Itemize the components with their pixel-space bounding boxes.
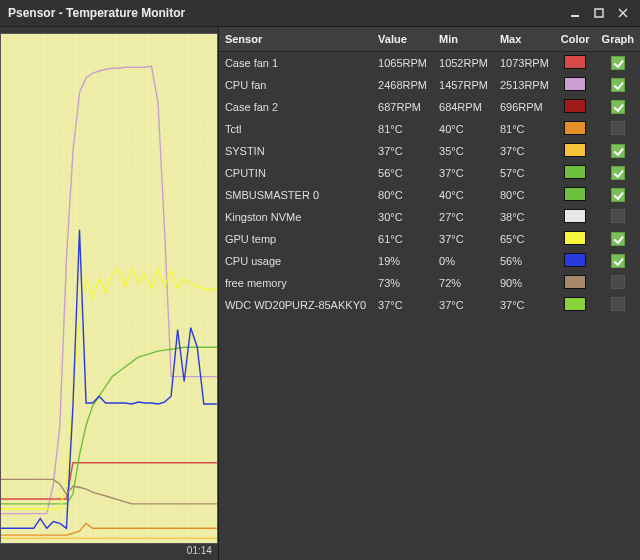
sensor-graph-cell[interactable] — [596, 272, 640, 294]
sensor-min: 40°C — [433, 184, 494, 206]
table-row[interactable]: Case fan 2687RPM684RPM696RPM — [219, 96, 640, 118]
sensor-graph-cell[interactable] — [596, 140, 640, 162]
chart-series — [1, 347, 217, 504]
table-row[interactable]: SYSTIN37°C35°C37°C — [219, 140, 640, 162]
color-swatch[interactable] — [564, 99, 586, 113]
sensor-color-cell[interactable] — [555, 294, 596, 316]
chart-series — [1, 463, 217, 499]
sensor-name: SYSTIN — [219, 140, 372, 162]
color-swatch[interactable] — [564, 77, 586, 91]
sensor-min: 0% — [433, 250, 494, 272]
col-sensor[interactable]: Sensor — [219, 27, 372, 52]
graph-checkbox[interactable] — [611, 254, 625, 268]
color-swatch[interactable] — [564, 209, 586, 223]
sensor-graph-cell[interactable] — [596, 118, 640, 140]
sensor-color-cell[interactable] — [555, 228, 596, 250]
sensor-color-cell[interactable] — [555, 250, 596, 272]
graph-checkbox[interactable] — [611, 144, 625, 158]
time-axis-end: 01:14 — [187, 545, 212, 556]
col-max[interactable]: Max — [494, 27, 555, 52]
sensor-graph-cell[interactable] — [596, 96, 640, 118]
sensor-max: 696RPM — [494, 96, 555, 118]
sensor-color-cell[interactable] — [555, 140, 596, 162]
table-row[interactable]: Tctl81°C40°C81°C — [219, 118, 640, 140]
color-swatch[interactable] — [564, 121, 586, 135]
sensor-max: 80°C — [494, 184, 555, 206]
col-value[interactable]: Value — [372, 27, 433, 52]
sensor-name: free memory — [219, 272, 372, 294]
sensor-color-cell[interactable] — [555, 162, 596, 184]
sensor-value: 1065RPM — [372, 52, 433, 75]
graph-checkbox[interactable] — [611, 56, 625, 70]
sensor-color-cell[interactable] — [555, 52, 596, 75]
col-min[interactable]: Min — [433, 27, 494, 52]
sensor-graph-cell[interactable] — [596, 294, 640, 316]
sensor-color-cell[interactable] — [555, 118, 596, 140]
sensor-graph-cell[interactable] — [596, 162, 640, 184]
sensor-table: Sensor Value Min Max Color Graph Case fa… — [219, 27, 640, 316]
table-row[interactable]: Case fan 11065RPM1052RPM1073RPM — [219, 52, 640, 75]
col-graph[interactable]: Graph — [596, 27, 640, 52]
table-row[interactable]: WDC WD20PURZ-85AKKY037°C37°C37°C — [219, 294, 640, 316]
titlebar: Psensor - Temperature Monitor — [0, 0, 640, 26]
table-row[interactable]: CPUTIN56°C37°C57°C — [219, 162, 640, 184]
graph-checkbox[interactable] — [611, 166, 625, 180]
graph-checkbox[interactable] — [611, 121, 625, 135]
graph-checkbox[interactable] — [611, 275, 625, 289]
color-swatch[interactable] — [564, 231, 586, 245]
color-swatch[interactable] — [564, 275, 586, 289]
col-color[interactable]: Color — [555, 27, 596, 52]
sensor-name: Case fan 2 — [219, 96, 372, 118]
sensor-value: 687RPM — [372, 96, 433, 118]
table-row[interactable]: CPU usage19%0%56% — [219, 250, 640, 272]
close-button[interactable] — [614, 4, 632, 22]
time-axis: 01:14 — [0, 544, 218, 560]
sensor-value: 19% — [372, 250, 433, 272]
sensor-color-cell[interactable] — [555, 184, 596, 206]
sensor-min: 40°C — [433, 118, 494, 140]
sensor-value: 61°C — [372, 228, 433, 250]
graph-checkbox[interactable] — [611, 100, 625, 114]
sensor-graph-cell[interactable] — [596, 74, 640, 96]
table-row[interactable]: SMBUSMASTER 080°C40°C80°C — [219, 184, 640, 206]
sensor-graph-cell[interactable] — [596, 206, 640, 228]
table-row[interactable]: free memory73%72%90% — [219, 272, 640, 294]
color-swatch[interactable] — [564, 187, 586, 201]
sensor-graph-cell[interactable] — [596, 250, 640, 272]
sensor-name: GPU temp — [219, 228, 372, 250]
sensor-max: 37°C — [494, 294, 555, 316]
sensor-graph-cell[interactable] — [596, 184, 640, 206]
sensor-min: 72% — [433, 272, 494, 294]
sensor-graph-cell[interactable] — [596, 228, 640, 250]
graph-checkbox[interactable] — [611, 188, 625, 202]
color-swatch[interactable] — [564, 253, 586, 267]
graph-checkbox[interactable] — [611, 232, 625, 246]
sensor-color-cell[interactable] — [555, 206, 596, 228]
color-swatch[interactable] — [564, 55, 586, 69]
sensor-color-cell[interactable] — [555, 74, 596, 96]
color-swatch[interactable] — [564, 297, 586, 311]
chart-svg — [1, 34, 217, 543]
chart-plot[interactable] — [0, 33, 218, 544]
sensor-min: 37°C — [433, 162, 494, 184]
maximize-button[interactable] — [590, 4, 608, 22]
sensor-color-cell[interactable] — [555, 272, 596, 294]
table-row[interactable]: GPU temp61°C37°C65°C — [219, 228, 640, 250]
sensor-min: 37°C — [433, 294, 494, 316]
graph-checkbox[interactable] — [611, 78, 625, 92]
color-swatch[interactable] — [564, 143, 586, 157]
graph-checkbox[interactable] — [611, 297, 625, 311]
graph-checkbox[interactable] — [611, 209, 625, 223]
color-swatch[interactable] — [564, 165, 586, 179]
chart-series — [1, 479, 217, 503]
sensor-name: CPUTIN — [219, 162, 372, 184]
table-header-row: Sensor Value Min Max Color Graph — [219, 27, 640, 52]
sensor-graph-cell[interactable] — [596, 52, 640, 75]
minimize-button[interactable] — [566, 4, 584, 22]
sensor-max: 38°C — [494, 206, 555, 228]
sensor-color-cell[interactable] — [555, 96, 596, 118]
table-row[interactable]: CPU fan2468RPM1457RPM2513RPM — [219, 74, 640, 96]
table-row[interactable]: Kingston NVMe30°C27°C38°C — [219, 206, 640, 228]
chart-series — [1, 230, 217, 529]
chart-series — [1, 66, 217, 513]
